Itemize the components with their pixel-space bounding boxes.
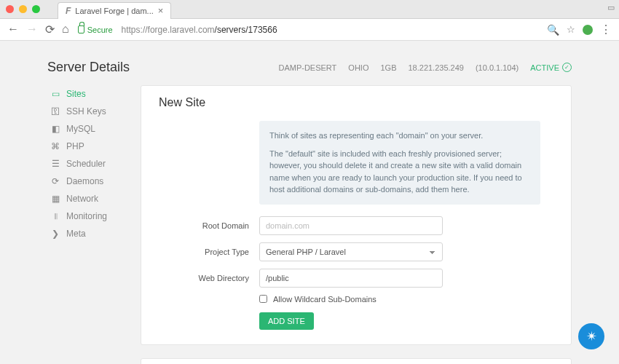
network-icon: ▦ xyxy=(50,194,60,204)
minimize-window-icon[interactable] xyxy=(19,5,27,13)
web-directory-label: Web Directory xyxy=(159,274,259,282)
home-icon[interactable]: ⌂ xyxy=(62,23,69,36)
new-site-card: New Site Think of sites as representing … xyxy=(141,85,572,345)
info-text-2: The "default" site is included with each… xyxy=(269,148,530,196)
help-bubble-button[interactable]: ✴ xyxy=(578,323,604,349)
close-window-icon[interactable] xyxy=(6,5,14,13)
chart-icon: ⫴ xyxy=(50,211,60,221)
sidebar-item-label: MySQL xyxy=(66,124,95,134)
check-circle-icon: ✓ xyxy=(562,63,572,72)
web-directory-input[interactable] xyxy=(259,269,443,288)
sidebar-item-label: Network xyxy=(66,194,98,204)
sidebar-item-monitoring[interactable]: ⫴ Monitoring xyxy=(47,207,127,225)
wildcard-checkbox[interactable] xyxy=(259,295,267,303)
server-private-ip: (10.0.1.104) xyxy=(476,63,519,72)
sidebar-item-label: Meta xyxy=(66,229,86,239)
project-type-label: Project Type xyxy=(159,248,259,256)
url-host: https://forge.laravel.com xyxy=(122,25,215,35)
url-path: /servers/173566 xyxy=(215,25,277,35)
server-public-ip: 18.221.235.249 xyxy=(408,63,463,72)
status-label: ACTIVE xyxy=(530,63,559,72)
sidebar-item-php[interactable]: ⌘ PHP xyxy=(47,138,127,155)
server-info-bar: DAMP-DESERT OHIO 1GB 18.221.235.249 (10.… xyxy=(278,63,572,72)
extension-icon[interactable] xyxy=(583,25,593,35)
sidebar-item-meta[interactable]: ❯ Meta xyxy=(47,225,127,242)
wildcard-label: Allow Wildcard Sub-Domains xyxy=(273,295,376,304)
nav-forward-icon: → xyxy=(26,23,38,36)
sidebar-item-label: Sites xyxy=(66,89,86,99)
sidebar-item-label: Monitoring xyxy=(66,211,107,221)
url-field[interactable]: https://forge.laravel.com/servers/173566 xyxy=(122,25,538,35)
root-domain-input[interactable] xyxy=(259,216,443,235)
window-traffic-lights[interactable] xyxy=(6,5,40,13)
browser-tab[interactable]: F Laravel Forge | dam... × xyxy=(58,2,171,19)
server-region: OHIO xyxy=(348,63,368,72)
sidebar-item-label: SSH Keys xyxy=(66,106,106,116)
sidebar: ▭ Sites ⚿ SSH Keys ◧ MySQL ⌘ PHP ☰ Sch xyxy=(47,85,127,364)
tab-title: Laravel Forge | dam... xyxy=(75,7,153,15)
secure-label: Secure xyxy=(87,25,113,34)
sidebar-item-scheduler[interactable]: ☰ Scheduler xyxy=(47,155,127,173)
sidebar-item-mysql[interactable]: ◧ MySQL xyxy=(47,120,127,138)
root-domain-label: Root Domain xyxy=(159,221,259,230)
zoom-icon[interactable]: 🔍 xyxy=(547,24,559,36)
status-badge: ACTIVE ✓ xyxy=(530,63,572,72)
sidebar-item-network[interactable]: ▦ Network xyxy=(47,190,127,207)
project-type-select[interactable]: General PHP / Laravel xyxy=(259,242,443,261)
tag-icon: ❯ xyxy=(50,229,60,239)
add-site-button[interactable]: ADD SITE xyxy=(259,312,314,330)
card-title: New Site xyxy=(159,96,553,109)
info-box: Think of sites as representing each "dom… xyxy=(259,121,540,205)
window-menu-icon[interactable]: ▭ xyxy=(607,3,615,12)
server-size: 1GB xyxy=(380,63,396,72)
active-sites-card: Active Sites Domain App xyxy=(141,358,572,365)
server-name: DAMP-DESERT xyxy=(278,63,336,72)
address-bar: ← → ⟳ ⌂ Secure https://forge.laravel.com… xyxy=(0,19,619,41)
sidebar-item-sites[interactable]: ▭ Sites xyxy=(47,85,127,103)
database-icon: ◧ xyxy=(50,124,60,134)
sidebar-item-label: PHP xyxy=(66,141,84,151)
key-icon: ⚿ xyxy=(50,106,60,116)
lifebuoy-icon: ✴ xyxy=(586,328,597,344)
close-tab-icon[interactable]: × xyxy=(158,5,164,16)
php-icon: ⌘ xyxy=(50,141,60,151)
calendar-icon: ☰ xyxy=(50,159,60,169)
info-text-1: Think of sites as representing each "dom… xyxy=(269,130,530,142)
lock-icon xyxy=(78,25,84,33)
sidebar-item-daemons[interactable]: ⟳ Daemons xyxy=(47,173,127,190)
reload-icon[interactable]: ⟳ xyxy=(45,23,55,36)
browser-menu-icon[interactable]: ⋮ xyxy=(600,23,612,36)
sidebar-item-label: Scheduler xyxy=(66,159,106,169)
sidebar-item-label: Daemons xyxy=(66,176,103,186)
browser-icon: ▭ xyxy=(50,89,60,99)
maximize-window-icon[interactable] xyxy=(32,5,40,13)
page-title: Server Details xyxy=(47,60,130,75)
nav-back-icon[interactable]: ← xyxy=(7,23,19,36)
sidebar-item-sshkeys[interactable]: ⚿ SSH Keys xyxy=(47,103,127,120)
bookmark-icon[interactable]: ☆ xyxy=(567,24,575,35)
forge-favicon-icon: F xyxy=(66,6,71,16)
daemon-icon: ⟳ xyxy=(50,176,60,186)
secure-indicator[interactable]: Secure xyxy=(78,25,113,34)
